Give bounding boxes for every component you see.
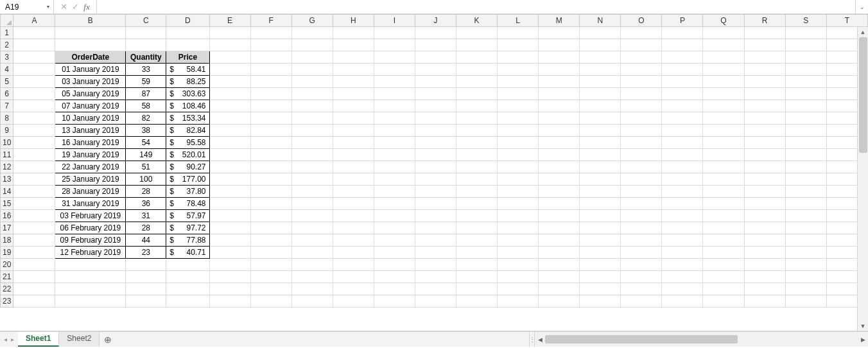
cell[interactable] (333, 259, 374, 271)
row-header[interactable]: 2 (1, 39, 13, 51)
cell[interactable] (250, 198, 291, 210)
column-header[interactable]: T (826, 15, 867, 27)
cell[interactable] (498, 64, 539, 76)
cell[interactable] (374, 149, 415, 161)
name-box-input[interactable] (4, 2, 41, 12)
cell[interactable] (539, 51, 580, 64)
cell[interactable] (580, 259, 621, 271)
cell[interactable] (374, 283, 415, 295)
cell[interactable] (209, 173, 250, 186)
cell[interactable] (456, 88, 497, 100)
cell[interactable] (703, 295, 744, 308)
cell[interactable] (374, 76, 415, 88)
row-header[interactable]: 4 (1, 64, 13, 76)
cell[interactable]: 19 January 2019 (55, 149, 126, 161)
cell[interactable] (785, 76, 826, 88)
cell[interactable] (539, 161, 580, 173)
cell[interactable] (415, 51, 456, 64)
row-header[interactable]: 19 (1, 247, 13, 259)
cell[interactable] (13, 39, 55, 51)
cell[interactable] (333, 271, 374, 283)
cell[interactable] (703, 64, 744, 76)
cell[interactable] (539, 149, 580, 161)
cell[interactable] (621, 27, 662, 39)
cell[interactable] (209, 27, 250, 39)
cell[interactable] (209, 112, 250, 125)
cell[interactable] (580, 137, 621, 149)
cell[interactable] (250, 234, 291, 247)
cell[interactable] (333, 64, 374, 76)
cell[interactable] (13, 259, 55, 271)
cell[interactable] (498, 88, 539, 100)
cell[interactable]: 05 January 2019 (55, 88, 126, 100)
scroll-up-icon[interactable]: ▲ (860, 27, 866, 37)
cell[interactable] (621, 137, 662, 149)
cell[interactable] (13, 271, 55, 283)
cell[interactable] (498, 259, 539, 271)
cell[interactable] (291, 27, 333, 39)
cell[interactable] (374, 125, 415, 137)
cell[interactable] (703, 234, 744, 247)
cell[interactable]: 03 January 2019 (55, 76, 126, 88)
cell[interactable] (415, 125, 456, 137)
cell[interactable] (374, 173, 415, 186)
cell[interactable] (498, 271, 539, 283)
cell[interactable] (13, 234, 55, 247)
cell[interactable] (456, 295, 497, 308)
cell[interactable] (744, 161, 785, 173)
cell[interactable] (785, 27, 826, 39)
row-header[interactable]: 9 (1, 125, 13, 137)
cell[interactable]: 36 (126, 198, 166, 210)
cell[interactable] (291, 173, 333, 186)
cell[interactable]: 06 February 2019 (55, 222, 126, 234)
cell[interactable] (456, 198, 497, 210)
cell[interactable] (498, 283, 539, 295)
cell[interactable] (333, 222, 374, 234)
cell[interactable] (539, 112, 580, 125)
vscroll-track[interactable] (858, 37, 868, 321)
cell[interactable] (291, 39, 333, 51)
cell[interactable] (415, 283, 456, 295)
cell[interactable] (166, 271, 209, 283)
cell[interactable] (333, 283, 374, 295)
cell[interactable] (374, 259, 415, 271)
cell[interactable]: 149 (126, 149, 166, 161)
cell[interactable] (250, 186, 291, 198)
cell[interactable] (291, 161, 333, 173)
cell[interactable] (209, 51, 250, 64)
cell[interactable] (744, 51, 785, 64)
cell[interactable] (662, 222, 703, 234)
cell[interactable] (456, 100, 497, 112)
cell[interactable] (662, 161, 703, 173)
cell[interactable] (209, 39, 250, 51)
cell[interactable] (55, 39, 126, 51)
cell[interactable] (744, 283, 785, 295)
cell[interactable] (456, 247, 497, 259)
cell[interactable] (374, 137, 415, 149)
cell[interactable] (703, 222, 744, 234)
cell[interactable] (209, 88, 250, 100)
cell[interactable] (250, 137, 291, 149)
cell[interactable] (785, 271, 826, 283)
cell[interactable] (456, 259, 497, 271)
cell[interactable] (498, 39, 539, 51)
cell[interactable] (662, 271, 703, 283)
cell[interactable] (333, 295, 374, 308)
column-header[interactable]: F (250, 15, 291, 27)
cell[interactable] (785, 283, 826, 295)
cell[interactable] (415, 112, 456, 125)
cell[interactable] (13, 137, 55, 149)
column-header[interactable]: H (333, 15, 374, 27)
cell[interactable] (291, 283, 333, 295)
cell[interactable] (415, 198, 456, 210)
cell[interactable] (13, 283, 55, 295)
cell[interactable] (333, 173, 374, 186)
cell[interactable] (744, 222, 785, 234)
cell[interactable] (498, 76, 539, 88)
cell[interactable] (498, 125, 539, 137)
cell[interactable]: 82 (126, 112, 166, 125)
cell[interactable] (55, 283, 126, 295)
cell[interactable] (703, 51, 744, 64)
cell[interactable] (703, 39, 744, 51)
cell[interactable] (580, 186, 621, 198)
